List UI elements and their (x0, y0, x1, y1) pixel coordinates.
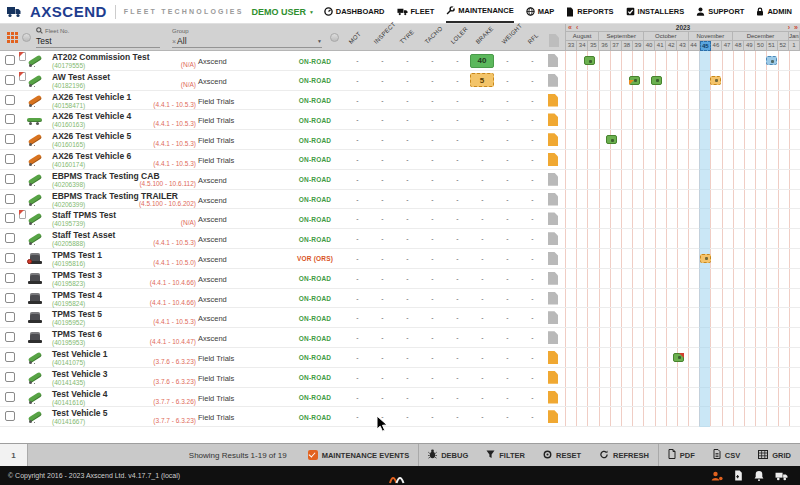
row-checkbox[interactable] (5, 411, 15, 421)
row-checkbox[interactable] (5, 154, 15, 164)
vehicle-name-link[interactable]: TPMS Test 6 (52, 330, 102, 339)
timeline-week-45[interactable]: 45 (700, 41, 711, 51)
row-checkbox[interactable] (5, 293, 15, 303)
document-icon[interactable] (548, 212, 558, 225)
timeline-week-48[interactable]: 48 (733, 41, 744, 51)
row-checkbox[interactable] (5, 233, 15, 243)
row-checkbox[interactable] (5, 392, 15, 402)
row-checkbox[interactable] (5, 194, 15, 204)
gantt-row[interactable] (565, 269, 800, 288)
gantt-row[interactable] (565, 368, 800, 387)
brake-test-badge[interactable]: 40 (470, 54, 494, 68)
clear-x-icon[interactable]: × (172, 38, 176, 45)
debug-button[interactable]: DEBUG (419, 444, 477, 466)
filter-button[interactable]: FILTER (477, 444, 534, 466)
document-icon[interactable] (548, 232, 558, 245)
event-badge[interactable] (606, 135, 617, 144)
column-header-inspect[interactable]: INSPECT (373, 21, 397, 45)
gantt-row[interactable] (565, 328, 800, 347)
nav-reports[interactable]: REPORTS (566, 0, 613, 23)
user-alert-icon[interactable] (711, 467, 723, 485)
csv-button[interactable]: CSV (704, 444, 749, 466)
row-checkbox[interactable] (5, 372, 15, 382)
refresh-button[interactable]: REFRESH (590, 444, 658, 466)
timeline-week-35[interactable]: 35 (588, 41, 599, 51)
event-badge[interactable] (629, 76, 640, 85)
row-checkbox[interactable] (5, 174, 15, 184)
row-checkbox[interactable] (5, 95, 15, 105)
document-icon[interactable] (548, 351, 558, 364)
document-icon[interactable] (548, 292, 558, 305)
column-header-rfl[interactable]: RFL (527, 32, 540, 45)
gantt-row[interactable] (565, 308, 800, 327)
timeline-week-39[interactable]: 39 (633, 41, 644, 51)
gantt-row[interactable] (565, 289, 800, 308)
timeline-week-49[interactable]: 49 (744, 41, 755, 51)
document-icon[interactable] (548, 331, 558, 344)
timeline-week-44[interactable]: 44 (689, 41, 700, 51)
timeline-week-41[interactable]: 41 (655, 41, 666, 51)
timeline-week-34[interactable]: 34 (577, 41, 588, 51)
row-checkbox[interactable] (5, 213, 15, 223)
document-icon[interactable] (548, 74, 558, 87)
document-icon[interactable] (548, 272, 558, 285)
vehicle-name-link[interactable]: TPMS Test 4 (52, 291, 102, 300)
gantt-row[interactable] (565, 51, 800, 70)
truck-status-icon[interactable] (775, 467, 788, 485)
document-icon[interactable] (548, 410, 558, 423)
timeline-week-37[interactable]: 37 (611, 41, 622, 51)
gantt-row[interactable] (565, 388, 800, 407)
group-select[interactable]: × All ▼ (172, 35, 322, 48)
document-icon[interactable] (548, 54, 558, 67)
document-icon[interactable] (548, 133, 558, 146)
row-checkbox[interactable] (5, 75, 15, 85)
nav-fleet[interactable]: FLEET (397, 0, 435, 23)
nav-map[interactable]: MAP (526, 0, 555, 23)
gantt-row[interactable] (565, 110, 800, 129)
document-icon[interactable] (548, 252, 558, 265)
column-header-loler[interactable]: LOLER (450, 26, 469, 45)
event-badge[interactable] (584, 56, 595, 65)
fleet-no-field[interactable]: Fleet No. Test (36, 27, 160, 48)
group-field[interactable]: Group × All ▼ (172, 27, 322, 48)
gantt-row[interactable] (565, 170, 800, 189)
column-header-tacho[interactable]: TACHO (424, 25, 444, 45)
vehicle-name-link[interactable]: TPMS Test 1 (52, 251, 102, 260)
grid-button[interactable]: GRID (749, 444, 800, 466)
timeline-week-33[interactable]: 33 (566, 41, 577, 51)
nav-maintenance[interactable]: MAINTENANCE (446, 0, 513, 23)
row-checkbox[interactable] (5, 114, 15, 124)
timeline-week-36[interactable]: 36 (599, 41, 610, 51)
event-badge[interactable] (710, 76, 721, 85)
row-checkbox[interactable] (5, 134, 15, 144)
fleet-no-input[interactable]: Test (36, 35, 160, 48)
row-checkbox[interactable] (5, 273, 15, 283)
bell-icon[interactable] (754, 467, 764, 485)
gantt-row[interactable] (565, 91, 800, 110)
nav-installers[interactable]: INSTALLERS (626, 0, 685, 23)
event-badge[interactable] (766, 56, 777, 65)
row-checkbox[interactable] (5, 352, 15, 362)
maintenance-events-button[interactable]: MAINTENANCE EVENTS (299, 444, 419, 466)
gantt-row[interactable] (565, 229, 800, 248)
timeline-week-47[interactable]: 47 (722, 41, 733, 51)
page-number[interactable]: 1 (0, 444, 28, 466)
row-checkbox[interactable] (5, 253, 15, 263)
document-icon[interactable] (548, 153, 558, 166)
filter-option-circle-icon[interactable] (22, 33, 31, 42)
timeline-week-1[interactable]: 1 (789, 41, 800, 51)
gantt-row[interactable] (565, 348, 800, 367)
gantt-row[interactable] (565, 249, 800, 268)
assets-grid-icon[interactable] (7, 32, 10, 35)
nav-admin[interactable]: ADMIN (756, 0, 792, 23)
row-checkbox[interactable] (5, 312, 15, 322)
gantt-row[interactable] (565, 209, 800, 228)
nav-dashboard[interactable]: DASHBOARD (324, 0, 385, 23)
column-header-brake[interactable]: BRAKE (475, 25, 495, 45)
document-icon[interactable] (548, 113, 558, 126)
timeline-week-42[interactable]: 42 (666, 41, 677, 51)
timeline-first-icon[interactable]: « (566, 24, 574, 31)
timeline-week-38[interactable]: 38 (622, 41, 633, 51)
document-icon[interactable] (548, 173, 558, 186)
timeline-week-51[interactable]: 51 (767, 41, 778, 51)
